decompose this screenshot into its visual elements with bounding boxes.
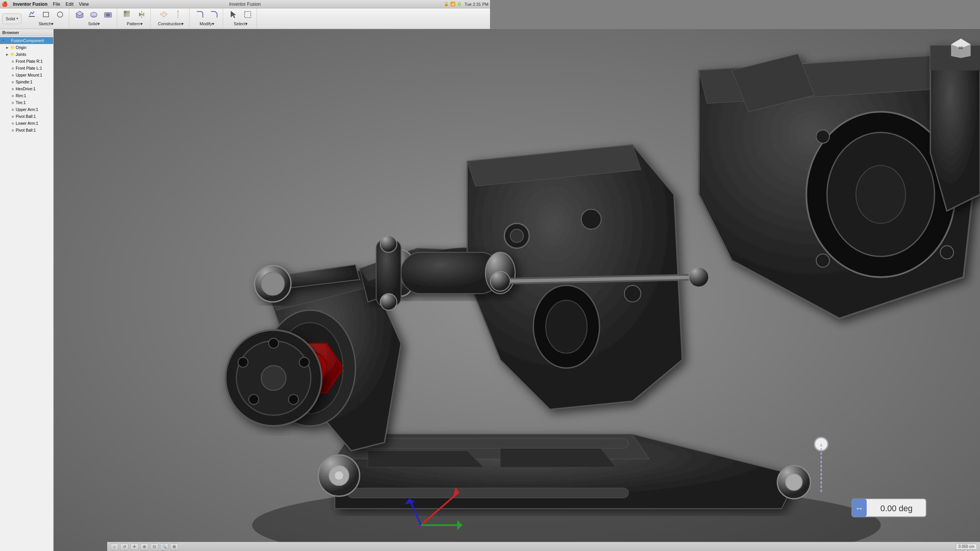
construction-plane-btn[interactable] bbox=[157, 9, 170, 20]
svg-rect-19 bbox=[245, 11, 251, 18]
tree-item-label: Tire:1 bbox=[16, 100, 26, 105]
modify-fillet-icon bbox=[195, 10, 204, 19]
select-arrow-btn[interactable] bbox=[227, 9, 240, 20]
svg-rect-10 bbox=[124, 14, 126, 16]
solid-dropdown[interactable]: Solid ▾ bbox=[2, 13, 21, 24]
modify-fillet-btn[interactable] bbox=[193, 9, 206, 20]
solid-hole-btn[interactable] bbox=[101, 9, 114, 20]
tree-item-icon: ◼ bbox=[10, 59, 15, 64]
tree-expand-arrow: ▶ bbox=[6, 53, 10, 56]
browser-tree-item-pivot-ball-1b[interactable]: ◼Pivot Ball:1 bbox=[0, 127, 53, 134]
tree-item-label: Front Plate R:1 bbox=[16, 59, 43, 64]
edit-menu-item[interactable]: Edit bbox=[63, 1, 76, 7]
tree-item-label: Lower Arm:1 bbox=[16, 121, 38, 126]
solid-group-label: Solid▾ bbox=[88, 21, 100, 26]
tree-item-label: Front Plate L:1 bbox=[16, 66, 42, 70]
toolbar-group-modify: Modify▾ bbox=[191, 8, 223, 29]
tree-item-label: Upper Arm:1 bbox=[16, 107, 38, 112]
app-menu-item[interactable]: Inventor Fusion bbox=[11, 1, 50, 7]
tree-item-icon: 📁 bbox=[10, 52, 15, 57]
browser-tree-item-tire-1[interactable]: ◼Tire:1 bbox=[0, 99, 53, 106]
sketch-circle-icon bbox=[56, 10, 65, 19]
solid-revolve-btn[interactable] bbox=[87, 9, 100, 20]
construction-plane-icon bbox=[159, 10, 168, 19]
tree-item-label: Pivot Ball:1 bbox=[16, 128, 36, 132]
view-menu-item[interactable]: View bbox=[77, 1, 91, 7]
solid-group-dropdown[interactable]: Solid▾ bbox=[85, 20, 103, 28]
modify-chamfer-icon bbox=[209, 10, 219, 19]
apple-menu[interactable]: 🍎 bbox=[2, 1, 8, 7]
browser-title: Browser bbox=[2, 30, 19, 35]
browser-tree: ▼⬡FusionComponent▶📁Origin▶📁Joints◼Front … bbox=[0, 36, 53, 276]
svg-point-7 bbox=[106, 14, 110, 16]
clock: Tue 2:31 PM bbox=[464, 2, 488, 7]
browser-tree-item-lower-arm-1[interactable]: ◼Lower Arm:1 bbox=[0, 120, 53, 127]
tree-item-icon: ◼ bbox=[10, 107, 15, 112]
browser-tree-item-upper-arm-1[interactable]: ◼Upper Arm:1 bbox=[0, 106, 53, 113]
construction-axis-btn[interactable] bbox=[172, 9, 185, 20]
solid-extrude-icon bbox=[75, 10, 84, 19]
select-dropdown[interactable]: Select▾ bbox=[230, 20, 251, 28]
construction-label: Construction▾ bbox=[158, 21, 184, 26]
tree-item-icon: ◼ bbox=[10, 66, 15, 70]
svg-rect-8 bbox=[124, 11, 126, 13]
pattern-rect-icon bbox=[123, 10, 132, 19]
tree-item-label: HexDrive:1 bbox=[16, 86, 36, 91]
pattern-mirror-icon bbox=[137, 10, 146, 19]
tree-item-label: Pivot Ball:1 bbox=[16, 114, 36, 119]
svg-rect-11 bbox=[127, 14, 129, 16]
menubar-right: 🔒 📶 🔋 Tue 2:31 PM bbox=[444, 2, 488, 7]
viewport[interactable]: ↔ 0.00 deg 3D ⌂ ↺ ✛ ⊕ bbox=[54, 29, 490, 276]
select-box-icon bbox=[243, 10, 252, 19]
browser-tree-item-fusion-component[interactable]: ▼⬡FusionComponent bbox=[0, 37, 53, 44]
browser-header: Browser bbox=[0, 29, 53, 36]
svg-rect-20 bbox=[54, 29, 490, 276]
tree-item-icon: ◼ bbox=[10, 86, 15, 91]
toolbar: Solid ▾ bbox=[0, 8, 490, 29]
sketch-circle-btn[interactable] bbox=[54, 9, 67, 20]
sketch-icon-btn[interactable] bbox=[25, 9, 38, 20]
svg-rect-0 bbox=[29, 16, 35, 17]
sketch-label: Sketch▾ bbox=[39, 21, 54, 26]
svg-marker-18 bbox=[231, 11, 236, 18]
tree-item-label: Spindle:1 bbox=[16, 80, 33, 84]
select-box-btn[interactable] bbox=[241, 9, 254, 20]
browser-tree-item-pivot-ball-1a[interactable]: ◼Pivot Ball:1 bbox=[0, 113, 53, 120]
browser-tree-item-front-plate-r1[interactable]: ◼Front Plate R:1 bbox=[0, 58, 53, 65]
sketch-rect-btn[interactable] bbox=[39, 9, 52, 20]
construction-dropdown[interactable]: Construction▾ bbox=[155, 20, 187, 28]
toolbar-group-construction: Construction▾ bbox=[152, 8, 189, 29]
file-menu-item[interactable]: File bbox=[51, 1, 62, 7]
sketch-dropdown[interactable]: Sketch▾ bbox=[36, 20, 57, 28]
modify-chamfer-btn[interactable] bbox=[207, 9, 220, 20]
pattern-dropdown[interactable]: Pattern▾ bbox=[124, 20, 145, 28]
tree-expand-arrow: ▼ bbox=[2, 39, 5, 42]
solid-hole-icon bbox=[103, 10, 113, 19]
tree-item-icon: ◼ bbox=[10, 114, 15, 119]
svg-marker-13 bbox=[160, 12, 167, 17]
solid-extrude-btn[interactable] bbox=[73, 9, 86, 20]
svg-rect-1 bbox=[43, 12, 49, 17]
browser-tree-item-hexdrive-1[interactable]: ◼HexDrive:1 bbox=[0, 85, 53, 92]
tree-item-label: Origin bbox=[16, 45, 26, 50]
tree-item-icon: ◼ bbox=[10, 93, 15, 98]
browser-tree-item-joints[interactable]: ▶📁Joints bbox=[0, 51, 53, 58]
system-icons: 🔒 📶 🔋 bbox=[444, 2, 462, 7]
tree-item-icon: 📁 bbox=[10, 45, 15, 50]
pattern-mirror-btn[interactable] bbox=[135, 9, 148, 20]
modify-dropdown[interactable]: Modify▾ bbox=[197, 20, 217, 28]
browser-tree-item-spindle-1[interactable]: ◼Spindle:1 bbox=[0, 78, 53, 85]
tree-item-label: Rim:1 bbox=[16, 93, 26, 98]
browser-tree-item-rim-1[interactable]: ◼Rim:1 bbox=[0, 92, 53, 99]
toolbar-group-select: Select▾ bbox=[225, 8, 257, 29]
select-label: Select▾ bbox=[234, 21, 248, 26]
assembly-svg: ↔ 0.00 deg bbox=[54, 29, 490, 276]
browser-panel: Browser ▼⬡FusionComponent▶📁Origin▶📁Joint… bbox=[0, 29, 54, 276]
browser-tree-item-front-plate-l1[interactable]: ◼Front Plate L:1 bbox=[0, 65, 53, 72]
browser-tree-item-upper-mount-1[interactable]: ◼Upper Mount:1 bbox=[0, 72, 53, 78]
tree-item-icon: ◼ bbox=[10, 121, 15, 126]
menu-bar: 🍎 Inventor Fusion File Edit View Invento… bbox=[0, 0, 490, 8]
pattern-rect-btn[interactable] bbox=[121, 9, 134, 20]
tree-item-label: FusionComponent bbox=[11, 38, 44, 43]
browser-tree-item-origin[interactable]: ▶📁Origin bbox=[0, 44, 53, 51]
